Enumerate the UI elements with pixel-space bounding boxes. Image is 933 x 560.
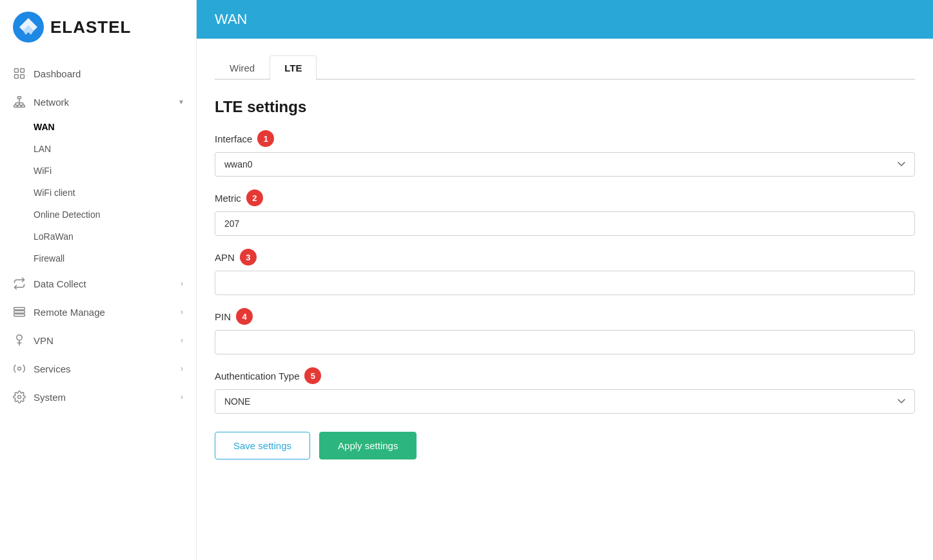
page-title: WAN: [215, 11, 248, 28]
svg-rect-2: [21, 69, 25, 73]
svg-rect-14: [14, 307, 25, 309]
apn-group: APN 3: [215, 249, 915, 295]
services-icon: [13, 362, 26, 375]
pin-label: PIN 4: [215, 308, 915, 325]
metric-group: Metric 2: [215, 189, 915, 236]
sidebar-item-remote-manage[interactable]: Remote Manage ›: [0, 298, 196, 326]
form-actions: Save settings Apply settings: [215, 432, 915, 459]
dashboard-icon: [13, 67, 26, 80]
apply-settings-button[interactable]: Apply settings: [319, 432, 417, 459]
svg-rect-16: [14, 314, 25, 316]
sidebar-item-system-label: System: [34, 392, 66, 403]
sidebar-item-online-detection[interactable]: Online Detection: [34, 204, 196, 226]
vpn-chevron: ›: [181, 336, 183, 345]
svg-rect-3: [15, 75, 19, 79]
system-icon: [13, 391, 26, 403]
network-icon: [13, 95, 26, 108]
svg-point-19: [18, 367, 21, 371]
apn-input[interactable]: [215, 271, 915, 295]
svg-point-20: [18, 396, 21, 399]
svg-rect-6: [14, 105, 17, 107]
sidebar-item-remote-manage-label: Remote Manage: [34, 307, 105, 318]
svg-rect-7: [18, 105, 21, 107]
apn-badge: 3: [240, 249, 257, 266]
lte-settings-form: LTE settings Interface 1 wwan0 Metric 2: [215, 98, 915, 459]
elastel-logo-icon: [13, 12, 44, 43]
apn-label: APN 3: [215, 249, 915, 266]
network-chevron: ▾: [179, 97, 183, 106]
interface-label: Interface 1: [215, 130, 915, 147]
sidebar-item-network[interactable]: Network ▾: [0, 88, 196, 116]
auth-type-label: Authentication Type 5: [215, 367, 915, 384]
sidebar-item-services-label: Services: [34, 363, 71, 374]
metric-label: Metric 2: [215, 189, 915, 206]
svg-rect-15: [14, 311, 25, 313]
sidebar-item-lan[interactable]: LAN: [34, 138, 196, 160]
sidebar-item-wifi-client[interactable]: WiFi client: [34, 182, 196, 204]
sidebar-nav: Dashboard Network ▾ WAN LAN WiFi WiFi cl…: [0, 54, 196, 560]
sidebar-item-dashboard[interactable]: Dashboard: [0, 59, 196, 88]
tab-lte[interactable]: LTE: [270, 55, 317, 80]
auth-type-select[interactable]: NONE PAP CHAP PAP/CHAP: [215, 389, 915, 414]
auth-type-group: Authentication Type 5 NONE PAP CHAP PAP/…: [215, 367, 915, 414]
data-collect-icon: [13, 277, 26, 290]
pin-group: PIN 4: [215, 308, 915, 354]
sidebar-item-vpn-label: VPN: [34, 335, 54, 346]
sidebar-item-lorawan[interactable]: LoRaWan: [34, 226, 196, 247]
logo-area: ELASTEL: [0, 0, 196, 54]
data-collect-chevron: ›: [181, 279, 183, 288]
auth-type-badge: 5: [304, 367, 321, 384]
sidebar-item-data-collect-label: Data Collect: [34, 278, 86, 289]
svg-rect-5: [18, 97, 21, 99]
interface-group: Interface 1 wwan0: [215, 130, 915, 177]
page-header: WAN: [197, 0, 933, 39]
services-chevron: ›: [181, 364, 183, 373]
main-body: Wired LTE LTE settings Interface 1 wwan0…: [197, 39, 933, 560]
sidebar: ELASTEL Dashboard Network ▾ WAN LAN WiFi…: [0, 0, 197, 560]
sidebar-item-network-label: Network: [34, 97, 69, 108]
svg-rect-8: [21, 105, 25, 107]
sidebar-item-wan[interactable]: WAN: [34, 116, 196, 138]
tab-bar: Wired LTE: [215, 54, 915, 80]
pin-badge: 4: [236, 308, 253, 325]
metric-badge: 2: [246, 189, 263, 206]
metric-input[interactable]: [215, 211, 915, 236]
remote-manage-icon: [13, 305, 26, 318]
remote-manage-chevron: ›: [181, 307, 183, 316]
logo-text: ELASTEL: [50, 17, 131, 37]
sidebar-item-vpn[interactable]: VPN ›: [0, 326, 196, 354]
save-settings-button[interactable]: Save settings: [215, 432, 310, 459]
sidebar-item-firewall[interactable]: Firewall: [34, 247, 196, 269]
vpn-icon: [13, 334, 26, 347]
pin-input[interactable]: [215, 330, 915, 354]
svg-rect-4: [21, 75, 25, 79]
svg-rect-1: [15, 69, 19, 73]
system-chevron: ›: [181, 392, 183, 401]
sidebar-item-wifi[interactable]: WiFi: [34, 160, 196, 182]
main-content: WAN Wired LTE LTE settings Interface 1 w…: [197, 0, 933, 560]
interface-badge: 1: [257, 130, 274, 147]
sidebar-item-data-collect[interactable]: Data Collect ›: [0, 269, 196, 298]
form-title: LTE settings: [215, 98, 915, 116]
interface-select[interactable]: wwan0: [215, 152, 915, 177]
network-subitems: WAN LAN WiFi WiFi client Online Detectio…: [0, 116, 196, 269]
tab-wired[interactable]: Wired: [215, 55, 270, 80]
sidebar-item-system[interactable]: System ›: [0, 383, 196, 411]
sidebar-item-services[interactable]: Services ›: [0, 354, 196, 383]
sidebar-item-dashboard-label: Dashboard: [34, 68, 81, 79]
